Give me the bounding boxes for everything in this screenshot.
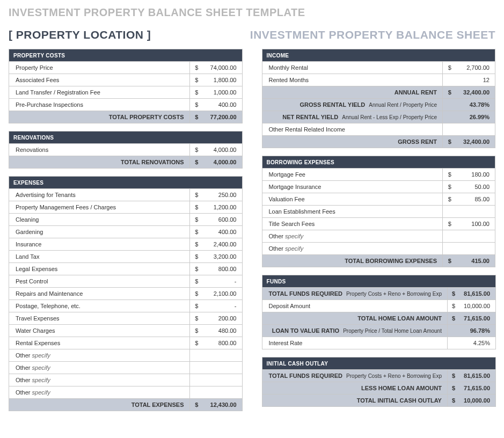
dollar-sign: $: [189, 99, 203, 111]
total-label: GROSS RENT: [262, 136, 443, 148]
total-amount: 415.00: [457, 255, 495, 267]
less-loan-row: LESS HOME LOAN AMOUNT$71,615.00: [262, 382, 496, 395]
row-label: Other specify: [9, 386, 190, 399]
row-amount: 74,000.00: [203, 62, 242, 74]
dollar-sign: [443, 111, 457, 123]
dollar-sign: $: [189, 62, 203, 74]
income-table: INCOME Monthly Rental$2,700.00 Rented Mo…: [262, 49, 496, 148]
calc-label: NET RENTAL YIELD Annual Rent - Less Exp …: [262, 111, 443, 123]
table-row: Other specify: [9, 386, 243, 399]
total-label: TOTAL BORROWING EXPENSES: [262, 255, 443, 267]
row-amount: 85.00: [457, 193, 495, 206]
row-label: Pre-Purchase Inspections: [9, 99, 190, 111]
borrowing-header: BORROWING EXPENSES: [262, 156, 495, 169]
table-row: Land Transfer / Registration Fee$1,000.0…: [9, 86, 243, 99]
table-row: Valuation Fee$85.00: [262, 193, 495, 206]
dollar-sign: $: [443, 181, 457, 193]
table-row: Advertising for Tenants$250.00: [9, 189, 243, 201]
row-label: Advertising for Tenants: [9, 189, 190, 201]
table-row: Property Price$74,000.00: [9, 62, 243, 74]
row-amount: 480.00: [203, 325, 242, 337]
expenses-header: EXPENSES: [9, 177, 243, 189]
dollar-sign: $: [189, 238, 203, 251]
table-row: Water Charges$480.00: [9, 325, 243, 337]
dollar-sign: [189, 374, 203, 386]
row-label: Pest Control: [9, 275, 190, 288]
row-amount: -: [203, 275, 242, 288]
table-row: Repairs and Maintenance$2,100.00: [9, 288, 243, 300]
dollar-sign: [447, 325, 459, 337]
row-amount: 1,200.00: [203, 201, 242, 214]
table-row: Rental Expenses$800.00: [9, 337, 243, 349]
row-amount: 800.00: [203, 337, 242, 349]
total-label: TOTAL HOME LOAN AMOUNT: [262, 312, 447, 325]
table-row: Cleaning$600.00: [9, 214, 243, 226]
table-row: Other specify: [262, 243, 495, 255]
dollar-sign: $: [189, 275, 203, 288]
total-row: TOTAL RENOVATIONS$4,000.00: [9, 156, 243, 169]
calc-label: TOTAL FUNDS REQUIRED Property Costs + Re…: [262, 370, 447, 382]
dollar-sign: $: [189, 156, 203, 169]
dollar-sign: [189, 349, 203, 362]
dollar-sign: $: [189, 288, 203, 300]
dollar-sign: $: [189, 263, 203, 275]
dollar-sign: $: [447, 312, 459, 325]
total-amount: 71,615.00: [459, 312, 495, 325]
dollar-sign: [443, 206, 457, 218]
gross-rent-row: GROSS RENT$32,400.00: [262, 136, 495, 148]
dollar-sign: $: [443, 193, 457, 206]
row-label: Other specify: [262, 230, 443, 243]
dollar-sign: $: [447, 288, 459, 300]
dollar-sign: [443, 74, 457, 86]
annual-rent-row: ANNUAL RENT$32,400.00: [262, 86, 495, 99]
calc-amount: 26.99%: [457, 111, 495, 123]
dollar-sign: $: [189, 74, 203, 86]
row-label: Mortgage Insurance: [262, 181, 443, 193]
total-label: TOTAL RENOVATIONS: [9, 156, 190, 169]
calc-label: TOTAL FUNDS REQUIRED Property Costs + Re…: [262, 288, 447, 300]
row-label: Water Charges: [9, 325, 190, 337]
row-label: Interest Rate: [262, 337, 447, 349]
table-row: Other specify: [9, 362, 243, 374]
right-column: INCOME Monthly Rental$2,700.00 Rented Mo…: [262, 49, 496, 419]
calc-amount: 81,615.00: [459, 370, 495, 382]
row-amount: [203, 349, 242, 362]
dollar-sign: [443, 243, 457, 255]
renovations-table: RENOVATIONS Renovations$4,000.00 TOTAL R…: [9, 131, 243, 169]
dollar-sign: $: [443, 86, 457, 99]
row-amount: 4.25%: [459, 337, 495, 349]
row-amount: [457, 243, 495, 255]
table-row: Rented Months12: [262, 74, 495, 86]
table-row: Other Rental Related Income: [262, 123, 495, 136]
row-label: Loan Establishment Fees: [262, 206, 443, 218]
row-label: Deposit Amount: [262, 300, 447, 312]
header-row: [ PROPERTY LOCATION ] INVESTMENT PROPERT…: [9, 28, 495, 41]
row-label: Other Rental Related Income: [262, 123, 443, 136]
expenses-table: EXPENSES Advertising for Tenants$250.00 …: [9, 176, 243, 411]
row-label: Other specify: [9, 349, 190, 362]
row-label: Postage, Telephone, etc.: [9, 300, 190, 312]
total-amount: 32,400.00: [457, 136, 495, 148]
dollar-sign: [443, 123, 457, 136]
total-label: TOTAL PROPERTY COSTS: [9, 111, 190, 123]
renovations-header: RENOVATIONS: [9, 132, 243, 144]
row-label: Associated Fees: [9, 74, 190, 86]
calc-amount: 43.78%: [457, 99, 495, 111]
row-amount: 200.00: [203, 312, 242, 325]
total-amount: 4,000.00: [203, 156, 242, 169]
row-amount: 10,000.00: [459, 300, 495, 312]
dollar-sign: $: [447, 300, 459, 312]
table-row: Insurance$2,400.00: [9, 238, 243, 251]
row-amount: [203, 362, 242, 374]
dollar-sign: [447, 337, 459, 349]
total-amount: 71,615.00: [459, 382, 495, 395]
gross-yield-row: GROSS RENTAL YIELD Annual Rent / Propert…: [262, 99, 495, 111]
dollar-sign: $: [189, 399, 203, 411]
row-label: Rented Months: [262, 74, 443, 86]
dollar-sign: $: [189, 214, 203, 226]
row-label: Gardening: [9, 226, 190, 238]
total-row: TOTAL EXPENSES$12,430.00: [9, 399, 243, 411]
dollar-sign: [189, 362, 203, 374]
row-label: Cleaning: [9, 214, 190, 226]
loan-amount-row: TOTAL HOME LOAN AMOUNT$71,615.00: [262, 312, 496, 325]
